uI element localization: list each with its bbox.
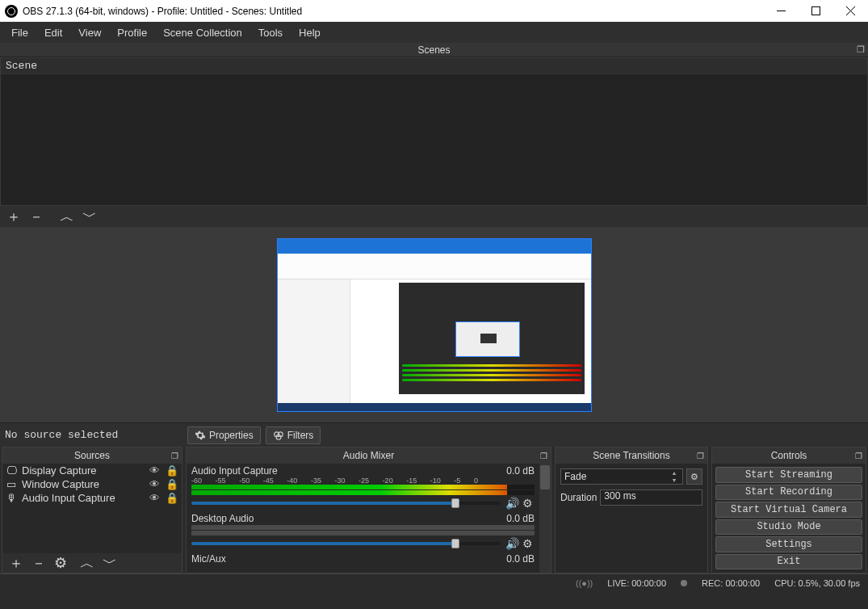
- visibility-toggle[interactable]: 👁: [148, 464, 161, 477]
- gear-icon: [195, 430, 206, 441]
- channel-settings-icon[interactable]: ⚙: [522, 537, 533, 550]
- exit-button[interactable]: Exit: [715, 554, 862, 570]
- sources-header: Sources ❐: [2, 447, 182, 464]
- transition-select[interactable]: Fade ▲▼: [560, 468, 683, 485]
- no-source-label: No source selected: [5, 429, 166, 441]
- bottom-docks: Sources ❐ 🖵 Display Capture 👁 🔒 ▭ Window…: [0, 447, 868, 573]
- move-source-up-button[interactable]: ︿: [80, 556, 94, 570]
- sources-dock: Sources ❐ 🖵 Display Capture 👁 🔒 ▭ Window…: [2, 447, 182, 573]
- maximize-button[interactable]: [799, 0, 833, 22]
- scenes-list[interactable]: Scene: [0, 57, 868, 206]
- mixer-scrollbar[interactable]: [539, 464, 551, 573]
- filter-icon: [273, 430, 284, 441]
- menu-profile[interactable]: Profile: [109, 22, 155, 43]
- menu-file[interactable]: File: [3, 22, 36, 43]
- close-button[interactable]: [833, 0, 868, 22]
- transitions-header: Scene Transitions ❐: [556, 447, 707, 464]
- minimize-button[interactable]: [764, 0, 799, 22]
- controls-dock: Controls ❐ Start Streaming Start Recordi…: [711, 447, 866, 573]
- lock-toggle[interactable]: 🔒: [166, 464, 178, 477]
- channel-name: Audio Input Capture: [191, 465, 278, 477]
- source-row[interactable]: 🖵 Display Capture 👁 🔒: [2, 464, 182, 477]
- statusbar: ((●)) LIVE: 00:00:00 REC: 00:00:00 CPU: …: [0, 573, 868, 591]
- titlebar: OBS 27.1.3 (64-bit, windows) - Profile: …: [0, 0, 868, 22]
- duration-label: Duration: [560, 492, 597, 503]
- scene-row[interactable]: Scene: [1, 58, 867, 74]
- mixer-header: Audio Mixer ❐: [187, 447, 551, 464]
- controls-popout-icon[interactable]: ❐: [855, 452, 862, 460]
- lock-toggle[interactable]: 🔒: [166, 478, 178, 490]
- channel-name: Mic/Aux: [191, 553, 226, 565]
- obs-app-icon: [5, 5, 18, 18]
- channel-db: 0.0 dB: [506, 465, 535, 477]
- rec-dot-icon: [681, 580, 687, 586]
- add-source-button[interactable]: ＋: [9, 556, 23, 570]
- settings-button[interactable]: Settings: [715, 536, 862, 552]
- menu-help[interactable]: Help: [291, 22, 329, 43]
- duration-value: 300 ms: [604, 490, 635, 502]
- audio-meter: [191, 485, 535, 489]
- move-scene-down-button[interactable]: ﹀: [82, 209, 97, 224]
- move-scene-up-button[interactable]: ︿: [60, 209, 74, 224]
- lock-toggle[interactable]: 🔒: [166, 492, 178, 504]
- source-settings-button[interactable]: ⚙: [54, 556, 67, 570]
- chevron-updown-icon: ▲▼: [669, 469, 679, 484]
- remove-source-button[interactable]: －: [31, 556, 46, 570]
- source-label: Audio Input Capture: [22, 492, 143, 504]
- transitions-popout-icon[interactable]: ❐: [697, 452, 704, 460]
- mixer-header-label: Audio Mixer: [343, 450, 394, 461]
- channel-db: 0.0 dB: [506, 513, 535, 524]
- filters-button[interactable]: Filters: [266, 426, 321, 444]
- menu-view[interactable]: View: [70, 22, 109, 43]
- filters-label: Filters: [287, 430, 314, 441]
- speaker-icon[interactable]: 🔊: [505, 497, 519, 510]
- visibility-toggle[interactable]: 👁: [148, 492, 161, 504]
- sources-header-label: Sources: [74, 450, 110, 461]
- transition-selected: Fade: [564, 471, 586, 482]
- audio-meter: [191, 490, 535, 495]
- volume-slider[interactable]: [191, 502, 501, 505]
- sources-list[interactable]: 🖵 Display Capture 👁 🔒 ▭ Window Capture 👁…: [2, 464, 182, 553]
- move-source-down-button[interactable]: ﹀: [103, 556, 117, 570]
- scenes-dock: Scenes ❐ Scene ＋ － ︿ ﹀: [0, 43, 868, 227]
- mic-icon: 🎙: [6, 492, 17, 504]
- add-scene-button[interactable]: ＋: [6, 209, 21, 224]
- sources-toolbar: ＋ － ⚙ ︿ ﹀: [2, 553, 182, 573]
- channel-name: Desktop Audio: [191, 513, 254, 524]
- mixer-channel: Mic/Aux 0.0 dB: [191, 553, 546, 565]
- audio-meter: [191, 531, 535, 536]
- scenes-header-label: Scenes: [417, 44, 450, 56]
- source-row[interactable]: ▭ Window Capture 👁 🔒: [2, 477, 182, 491]
- start-virtual-camera-button[interactable]: Start Virtual Camera: [715, 502, 862, 518]
- remove-scene-button[interactable]: －: [29, 209, 44, 224]
- speaker-icon[interactable]: 🔊: [505, 537, 519, 550]
- sources-popout-icon[interactable]: ❐: [171, 452, 178, 460]
- window-title: OBS 27.1.3 (64-bit, windows) - Profile: …: [23, 6, 764, 17]
- studio-mode-button[interactable]: Studio Mode: [715, 519, 862, 536]
- audio-mixer-dock: Audio Mixer ❐ Audio Input Capture 0.0 dB…: [186, 447, 551, 573]
- source-label: Window Capture: [22, 478, 143, 490]
- monitor-icon: 🖵: [6, 464, 17, 477]
- visibility-toggle[interactable]: 👁: [148, 478, 161, 490]
- menu-scene-collection[interactable]: Scene Collection: [155, 22, 250, 43]
- source-row[interactable]: 🎙 Audio Input Capture 👁 🔒: [2, 491, 182, 505]
- duration-input[interactable]: 300 ms: [600, 489, 702, 506]
- menu-tools[interactable]: Tools: [250, 22, 291, 43]
- transitions-header-label: Scene Transitions: [593, 450, 669, 461]
- status-rec: REC: 00:00:00: [702, 578, 760, 588]
- transition-settings-button[interactable]: ⚙: [686, 468, 702, 485]
- mixer-popout-icon[interactable]: ❐: [540, 452, 547, 460]
- scenes-popout-icon[interactable]: ❐: [857, 44, 865, 55]
- scenes-header: Scenes ❐: [0, 43, 868, 57]
- volume-slider[interactable]: [191, 542, 501, 545]
- menu-edit[interactable]: Edit: [36, 22, 70, 43]
- preview-canvas[interactable]: [0, 227, 868, 422]
- preview-thumbnail: [277, 238, 592, 412]
- properties-label: Properties: [209, 430, 254, 441]
- start-recording-button[interactable]: Start Recording: [715, 485, 862, 501]
- channel-settings-icon[interactable]: ⚙: [522, 497, 533, 510]
- scenes-toolbar: ＋ － ︿ ﹀: [0, 206, 868, 227]
- properties-button[interactable]: Properties: [187, 426, 261, 444]
- svg-rect-0: [812, 7, 820, 15]
- start-streaming-button[interactable]: Start Streaming: [715, 467, 862, 483]
